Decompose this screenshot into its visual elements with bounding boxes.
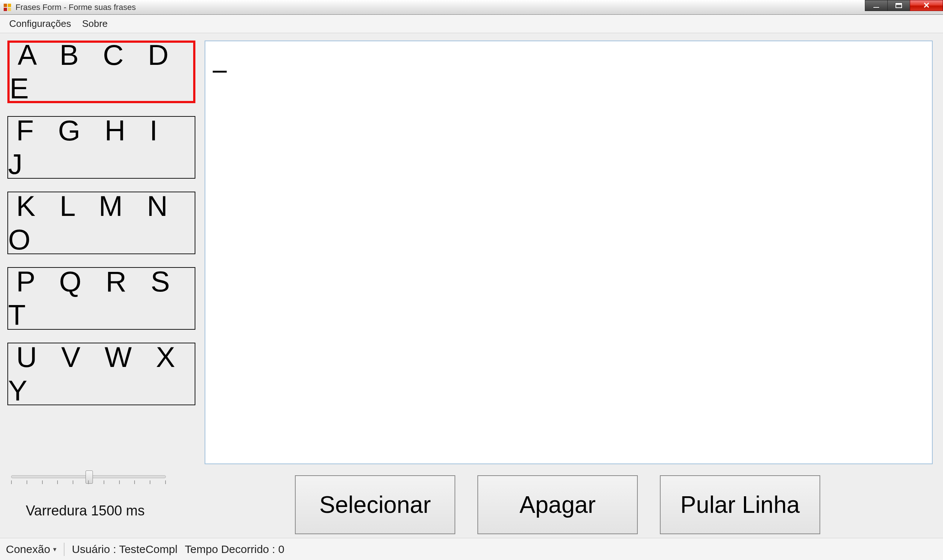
status-elapsed: Tempo Decorrido : 0 xyxy=(185,543,284,555)
status-user: Usuário : TesteCompl xyxy=(72,543,177,555)
menu-about[interactable]: Sobre xyxy=(82,18,108,29)
dropdown-icon: ▾ xyxy=(53,545,56,553)
minimize-icon xyxy=(873,7,880,8)
maximize-button[interactable] xyxy=(888,0,910,11)
maximize-icon xyxy=(895,3,902,8)
titlebar-left: Frases Form - Forme suas frases xyxy=(3,3,136,12)
slider-ticks xyxy=(11,480,166,484)
status-separator xyxy=(64,543,65,556)
letter-group-fghij[interactable]: F G H I J xyxy=(8,116,196,179)
letter-group-abcde[interactable]: A B C D E xyxy=(8,40,196,103)
statusbar: Conexão ▾ Usuário : TesteCompl Tempo Dec… xyxy=(0,538,943,560)
close-button[interactable]: ✕ xyxy=(910,0,943,11)
delete-button[interactable]: Apagar xyxy=(478,475,638,534)
status-connection-label: Conexão xyxy=(6,543,50,555)
svg-rect-2 xyxy=(4,8,7,11)
status-connection[interactable]: Conexão ▾ xyxy=(6,543,56,555)
minimize-button[interactable] xyxy=(865,0,888,11)
close-icon: ✕ xyxy=(923,1,930,10)
status-user-label: Usuário : TesteCompl xyxy=(72,543,177,555)
menu-config[interactable]: Configurações xyxy=(9,18,71,29)
svg-rect-3 xyxy=(8,8,11,11)
scan-slider[interactable] xyxy=(11,475,166,478)
letter-group-klmno[interactable]: K L M N O xyxy=(8,192,196,254)
app-icon xyxy=(3,3,12,12)
svg-rect-0 xyxy=(4,4,7,7)
client-area: A B C D E F G H I J K L M N O P Q R S T … xyxy=(0,33,943,538)
letter-groups: A B C D E F G H I J K L M N O P Q R S T … xyxy=(8,40,196,405)
titlebar: Frases Form - Forme suas frases ✕ xyxy=(0,0,943,15)
select-button[interactable]: Selecionar xyxy=(295,475,455,534)
menubar: Configurações Sobre xyxy=(0,15,943,33)
svg-rect-1 xyxy=(8,4,11,7)
status-elapsed-label: Tempo Decorrido : 0 xyxy=(185,543,284,555)
slider-track xyxy=(11,475,166,478)
scan-label: Varredura 1500 ms xyxy=(26,503,145,519)
window-controls: ✕ xyxy=(865,0,943,14)
letter-group-uvwxy[interactable]: U V W X Y xyxy=(8,343,196,405)
phrase-textbox[interactable] xyxy=(205,40,933,464)
newline-button[interactable]: Pular Linha xyxy=(660,475,820,534)
text-cursor-icon xyxy=(213,71,227,72)
window-title: Frases Form - Forme suas frases xyxy=(15,3,136,12)
letter-group-pqrst[interactable]: P Q R S T xyxy=(8,267,196,330)
action-buttons: Selecionar Apagar Pular Linha xyxy=(295,475,820,534)
